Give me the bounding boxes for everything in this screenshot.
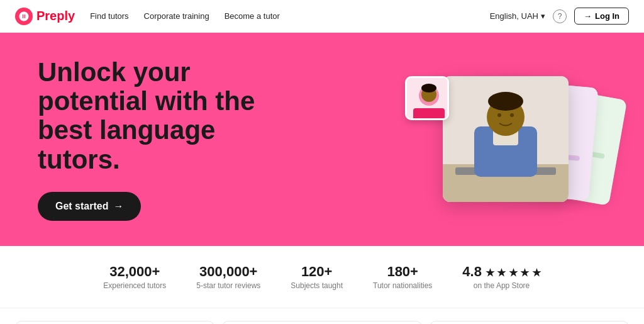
tutor-card-french[interactable]: French tutors 2,592 teachers › bbox=[430, 321, 629, 324]
get-started-button[interactable]: Get started → bbox=[38, 192, 141, 221]
svg-rect-19 bbox=[413, 108, 445, 120]
chevron-down-icon: ▾ bbox=[541, 11, 545, 21]
stat-label-reviews: 5-star tutor reviews bbox=[196, 281, 260, 290]
stat-number-reviews: 300,000+ bbox=[196, 264, 260, 280]
nav-right: English, UAH ▾ ? → Log In bbox=[490, 8, 629, 25]
hero-images bbox=[355, 70, 606, 208]
tutor-card-english[interactable]: English tutors 21,204 teachers › bbox=[15, 321, 214, 324]
stat-experienced-tutors: 32,000+ Experienced tutors bbox=[103, 264, 166, 290]
svg-point-16 bbox=[510, 113, 514, 117]
tutor-card-spanish[interactable]: Spanish tutors 7,361 teachers › bbox=[222, 321, 421, 324]
svg-point-15 bbox=[497, 113, 501, 117]
hero-section: Unlock your potential with the best lang… bbox=[0, 33, 644, 246]
language-selector[interactable]: English, UAH ▾ bbox=[490, 11, 545, 21]
stat-label-rating: on the App Store bbox=[462, 281, 540, 290]
stat-number-nationalities: 180+ bbox=[373, 264, 432, 280]
stat-number-rating: 4.8 ★ ★ ★ ★ ★ bbox=[462, 264, 540, 280]
stat-label-nationalities: Tutor nationalities bbox=[373, 281, 432, 290]
logo[interactable]: Preply bbox=[15, 8, 75, 25]
login-button[interactable]: → Log In bbox=[574, 8, 629, 25]
stat-subjects: 120+ Subjects taught bbox=[291, 264, 343, 290]
arrow-icon: → bbox=[113, 201, 123, 212]
main-tutor-card bbox=[443, 76, 569, 202]
navbar: Preply Find tutors Corporate training Be… bbox=[0, 0, 644, 33]
small-tutor-overlay-card bbox=[405, 76, 449, 120]
login-icon: → bbox=[584, 11, 592, 21]
stat-label-subjects: Subjects taught bbox=[291, 281, 343, 290]
stat-number-tutors: 32,000+ bbox=[103, 264, 166, 280]
hero-title: Unlock your potential with the best lang… bbox=[38, 58, 302, 174]
stat-label-tutors: Experienced tutors bbox=[103, 281, 166, 290]
tutor-grid: English tutors 21,204 teachers › bbox=[0, 308, 644, 324]
stat-reviews: 300,000+ 5-star tutor reviews bbox=[196, 264, 260, 290]
logo-text: Preply bbox=[36, 9, 75, 23]
card-stack bbox=[355, 70, 606, 208]
nav-left: Preply Find tutors Corporate training Be… bbox=[15, 8, 280, 25]
stat-nationalities: 180+ Tutor nationalities bbox=[373, 264, 432, 290]
stat-number-subjects: 120+ bbox=[291, 264, 343, 280]
stats-section: 32,000+ Experienced tutors 300,000+ 5-st… bbox=[0, 246, 644, 308]
svg-point-21 bbox=[421, 84, 436, 92]
nav-find-tutors[interactable]: Find tutors bbox=[90, 11, 128, 21]
stat-app-store: 4.8 ★ ★ ★ ★ ★ on the App Store bbox=[462, 264, 540, 290]
login-label: Log In bbox=[595, 11, 619, 21]
logo-icon bbox=[15, 8, 33, 25]
hero-text: Unlock your potential with the best lang… bbox=[38, 58, 302, 221]
nav-become-tutor[interactable]: Become a tutor bbox=[225, 11, 280, 21]
nav-corporate-training[interactable]: Corporate training bbox=[144, 11, 209, 21]
get-started-label: Get started bbox=[55, 201, 108, 212]
help-icon[interactable]: ? bbox=[553, 9, 567, 23]
lang-label: English, UAH bbox=[490, 11, 538, 21]
svg-point-14 bbox=[488, 92, 523, 111]
